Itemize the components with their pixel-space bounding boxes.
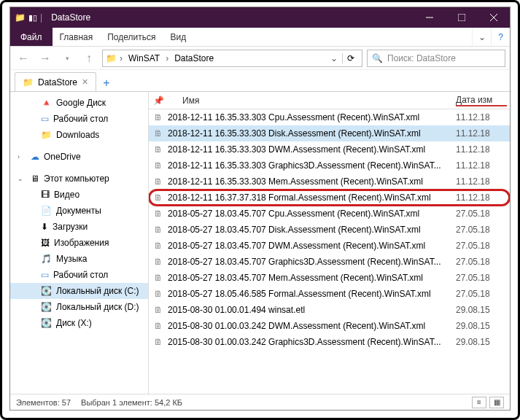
sidebar-item-disk-c[interactable]: 💽Локальный диск (C:) [10, 283, 148, 299]
file-icon: 🗎 [152, 257, 165, 267]
folder-icon: 📁 [106, 53, 117, 63]
sidebar-item-this-pc[interactable]: ⌄🖥Этот компьютер [10, 171, 148, 187]
file-name: 2018-05-27 18.03.45.707 Cpu.Assessment (… [165, 209, 456, 219]
menu-share[interactable]: Поделиться [100, 28, 163, 46]
titlebar[interactable]: 📁 ▮▯ | DataStore [10, 7, 510, 28]
file-row[interactable]: 🗎2015-08-30 01.00.03.242 DWM.Assessment … [149, 318, 510, 334]
file-icon: 🗎 [152, 192, 165, 203]
file-date: 27.05.18 [456, 241, 507, 251]
documents-icon: 📄 [41, 206, 52, 216]
chevron-right-icon[interactable]: › [164, 53, 170, 63]
file-date: 29.08.15 [456, 305, 507, 315]
file-row[interactable]: 🗎2015-08-30 01.00.03.242 Graphics3D.Asse… [149, 334, 510, 350]
column-date[interactable]: Дата изм [456, 95, 507, 106]
pictures-icon: 🖼 [41, 238, 50, 248]
tab-close-button[interactable]: ✕ [82, 77, 88, 87]
menu-home[interactable]: Главная [53, 28, 101, 46]
file-name: 2015-08-30 01.00.03.242 DWM.Assessment (… [165, 321, 456, 331]
search-placeholder: Поиск: DataStore [387, 53, 456, 63]
sidebar-item-google-drive[interactable]: 🔺Google Диск [10, 95, 148, 111]
file-row[interactable]: 🗎2018-05-27 18.03.45.707 Mem.Assessment … [149, 270, 510, 286]
status-selection: Выбран 1 элемент: 54,2 КБ [81, 398, 182, 407]
sidebar-item-disk-d[interactable]: 💽Локальный диск (D:) [10, 299, 148, 315]
file-date: 11.12.18 [456, 192, 507, 203]
sidebar: 🔺Google Диск ▭Рабочий стол 📁Downloads ›☁… [10, 92, 149, 394]
file-icon: 🗎 [152, 160, 165, 171]
sidebar-item-music[interactable]: 🎵Музыка [10, 251, 148, 267]
file-row[interactable]: 🗎2018-12-11 16.35.33.303 Mem.Assessment … [149, 174, 510, 190]
statusbar: Элементов: 57 Выбран 1 элемент: 54,2 КБ … [10, 394, 510, 410]
tab-row: 📁 DataStore ✕ + [10, 70, 510, 92]
file-name: 2018-05-27 18.05.46.585 Formal.Assessmen… [165, 289, 456, 299]
sidebar-item-pictures[interactable]: 🖼Изображения [10, 235, 148, 251]
folder-icon: 📁 [15, 12, 26, 23]
help-button[interactable]: ? [491, 28, 510, 46]
view-details-button[interactable]: ≡ [472, 397, 486, 408]
ribbon-tabs: Файл Главная Поделиться Вид ⌄ ? [10, 28, 510, 47]
file-icon: 🗎 [152, 225, 165, 235]
view-icons-button[interactable]: ▦ [489, 397, 504, 408]
desktop-icon: ▭ [41, 114, 49, 124]
file-row[interactable]: 🗎2018-12-11 16.35.33.303 DWM.Assessment … [149, 141, 510, 158]
breadcrumb-seg[interactable]: DataStore [171, 53, 217, 63]
column-name[interactable]: Имя [165, 96, 456, 106]
file-row[interactable]: 🗎2018-05-27 18.03.45.707 Graphics3D.Asse… [149, 254, 510, 270]
tab-datastore[interactable]: 📁 DataStore ✕ [15, 72, 96, 91]
pin-icon[interactable]: 📌 [152, 96, 165, 106]
chevron-right-icon[interactable]: › [118, 53, 124, 63]
status-count: Элементов: 57 [16, 398, 71, 407]
menu-view[interactable]: Вид [163, 28, 193, 46]
file-row[interactable]: 🗎2018-12-11 16.35.33.303 Graphics3D.Asse… [149, 158, 510, 174]
new-tab-button[interactable]: + [98, 77, 115, 91]
disk-icon: 💽 [41, 302, 52, 312]
sidebar-item-documents[interactable]: 📄Документы [10, 203, 148, 219]
file-icon: 🗎 [152, 176, 165, 187]
file-icon: 🗎 [152, 337, 165, 347]
forward-button[interactable]: → [36, 50, 54, 67]
file-row[interactable]: 🗎2015-08-30 01.00.01.494 winsat.etl29.08… [149, 302, 510, 318]
window-title: DataStore [47, 12, 90, 23]
sidebar-item-onedrive[interactable]: ›☁OneDrive [10, 149, 148, 165]
file-row[interactable]: 🗎2018-12-11 16.35.33.303 Disk.Assessment… [149, 125, 510, 141]
disk-icon: 💽 [41, 286, 52, 296]
file-date: 11.12.18 [456, 144, 507, 155]
file-name: 2018-05-27 18.03.45.707 Graphics3D.Asses… [165, 257, 456, 267]
path-dropdown[interactable]: ⌄ [327, 53, 341, 63]
downloads-icon: ⬇ [41, 222, 48, 232]
file-date: 29.08.15 [456, 337, 507, 347]
refresh-button[interactable]: ⟳ [342, 53, 359, 63]
back-button[interactable]: ← [15, 50, 32, 67]
recent-button[interactable]: ▾ [58, 50, 76, 67]
sidebar-item-disk-x[interactable]: 💽Диск (X:) [10, 315, 148, 331]
file-date: 11.12.18 [456, 176, 507, 187]
file-date: 27.05.18 [456, 225, 507, 235]
maximize-button[interactable] [446, 7, 478, 28]
file-row[interactable]: 🗎2018-05-27 18.03.45.707 DWM.Assessment … [149, 238, 510, 254]
svg-rect-1 [458, 14, 465, 21]
file-row[interactable]: 🗎2018-12-11 16.35.33.303 Cpu.Assessment … [149, 109, 510, 125]
disk-icon: 💽 [41, 318, 52, 328]
sidebar-item-downloads[interactable]: 📁Downloads [10, 127, 148, 143]
sidebar-item-desktop[interactable]: ▭Рабочий стол [10, 267, 148, 283]
up-button[interactable]: ↑ [80, 50, 98, 67]
search-input[interactable]: 🔍 Поиск: DataStore [367, 50, 505, 67]
breadcrumb[interactable]: 📁 › WinSAT › DataStore ⌄ ⟳ [102, 50, 362, 67]
file-date: 11.12.18 [456, 128, 507, 139]
file-icon: 🗎 [152, 144, 165, 155]
close-button[interactable] [478, 7, 510, 28]
sidebar-item-downloads[interactable]: ⬇Загрузки [10, 219, 148, 235]
file-row[interactable]: 🗎2018-12-11 16.37.37.318 Formal.Assessme… [149, 190, 510, 206]
minimize-button[interactable] [414, 7, 446, 28]
ribbon-expand-button[interactable]: ⌄ [472, 28, 491, 46]
menu-file[interactable]: Файл [10, 28, 53, 46]
qa-icon[interactable]: ▮▯ [28, 13, 37, 23]
qa-separator: | [40, 12, 42, 23]
file-name: 2018-12-11 16.35.33.303 Disk.Assessment … [165, 128, 456, 139]
sidebar-item-videos[interactable]: 🎞Видео [10, 187, 148, 203]
sidebar-item-desktop[interactable]: ▭Рабочий стол [10, 111, 148, 127]
file-row[interactable]: 🗎2018-05-27 18.03.45.707 Cpu.Assessment … [149, 206, 510, 222]
file-row[interactable]: 🗎2018-05-27 18.05.46.585 Formal.Assessme… [149, 286, 510, 302]
file-row[interactable]: 🗎2018-05-27 18.03.45.707 Disk.Assessment… [149, 222, 510, 238]
file-icon: 🗎 [152, 112, 165, 122]
breadcrumb-seg[interactable]: WinSAT [125, 53, 163, 63]
